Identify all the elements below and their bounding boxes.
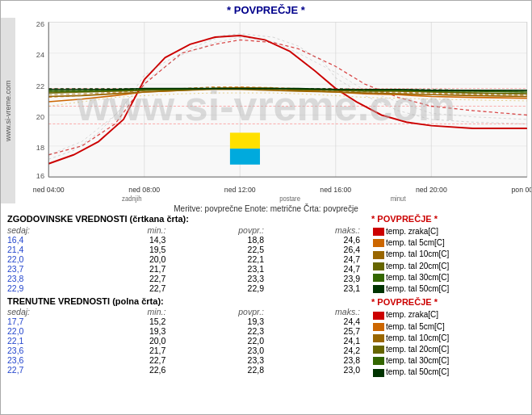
- logo-text: www.si-vreme.com: [4, 80, 12, 141]
- table-cell: 22,6: [95, 365, 169, 375]
- table-cell: 23,3: [169, 355, 267, 365]
- color-swatch-icon: [373, 334, 384, 342]
- list-item: temp. zraka[C]: [371, 308, 525, 320]
- table-cell: 22,3: [169, 326, 267, 336]
- legend-label: temp. tal 20cm[C]: [386, 262, 449, 270]
- table-cell: 24,6: [267, 235, 363, 245]
- legend-table-current: temp. zraka[C]temp. tal 5cm[C]temp. tal …: [371, 308, 525, 377]
- svg-text:ned 08:00: ned 08:00: [128, 186, 160, 194]
- svg-text:ned 16:00: ned 16:00: [320, 186, 351, 194]
- legend-item: temp. tal 10cm[C]: [371, 332, 525, 343]
- hist-col-povpr: povpr.:: [169, 225, 267, 235]
- table-cell: 25,7: [267, 326, 363, 336]
- table-cell: 20,0: [95, 254, 169, 264]
- color-swatch-icon: [373, 312, 384, 320]
- table-row: 16,414,318,824,6: [7, 235, 363, 245]
- svg-text:zadnjih: zadnjih: [122, 195, 141, 203]
- data-columns: ZGODOVINSKE VREDNOSTI (črtkana črta): se…: [7, 214, 525, 378]
- table-cell: 17,7: [7, 316, 95, 326]
- legend-label: temp. tal 30cm[C]: [386, 273, 449, 282]
- list-item: temp. tal 5cm[C]: [371, 321, 525, 332]
- list-item: temp. zraka[C]: [371, 225, 525, 237]
- color-swatch-icon: [373, 323, 384, 331]
- legend-label: temp. tal 30cm[C]: [386, 356, 449, 365]
- table-cell: 22,1: [169, 254, 267, 264]
- table-cell: 24,4: [267, 316, 363, 326]
- table-cell: 22,8: [169, 365, 267, 375]
- curr-col-min: min.:: [95, 307, 169, 316]
- table-row: 22,019,322,325,7: [7, 326, 363, 336]
- legend-item: temp. tal 5cm[C]: [371, 321, 525, 332]
- table-row: 22,120,022,024,1: [7, 336, 363, 346]
- chart-title: * POVPREČJE *: [1, 1, 531, 18]
- list-item: temp. tal 20cm[C]: [371, 343, 525, 354]
- table-row: 17,715,219,324,4: [7, 316, 363, 326]
- table-cell: 22,9: [169, 283, 267, 293]
- svg-rect-34: [230, 149, 260, 165]
- svg-rect-0: [48, 22, 527, 177]
- legend-item: temp. tal 30cm[C]: [371, 354, 525, 366]
- color-swatch-icon: [373, 346, 384, 354]
- table-row: 21,419,522,526,4: [7, 245, 363, 254]
- svg-text:18: 18: [36, 143, 44, 152]
- app-container: * POVPREČJE * www.si-vreme.com: [0, 0, 532, 415]
- table-cell: 21,7: [95, 264, 169, 274]
- chart-svg: 26 24 22 20 18 16: [15, 18, 531, 203]
- chart-area: * POVPREČJE * www.si-vreme.com: [1, 1, 531, 211]
- table-row: 22,722,622,823,0: [7, 365, 363, 375]
- legend-item: temp. tal 50cm[C]: [371, 283, 525, 294]
- table-cell: 23,8: [267, 355, 363, 365]
- table-cell: 21,4: [7, 245, 95, 254]
- table-cell: 26,4: [267, 245, 363, 254]
- svg-text:16: 16: [36, 171, 44, 180]
- color-swatch-icon: [373, 369, 384, 377]
- data-section: ZGODOVINSKE VREDNOSTI (črtkana črta): se…: [1, 211, 531, 414]
- svg-text:22: 22: [36, 81, 44, 90]
- current-table: sedaj: min.: povpr.: maks.: 17,715,219,3…: [7, 307, 363, 375]
- table-cell: 22,0: [7, 254, 95, 264]
- historical-header-row: sedaj: min.: povpr.: maks.:: [7, 225, 363, 235]
- historical-table: sedaj: min.: povpr.: maks.: 16,414,318,8…: [7, 225, 363, 293]
- table-cell: 22,9: [7, 283, 95, 293]
- table-cell: 19,5: [95, 245, 169, 254]
- legend-item: temp. zraka[C]: [371, 225, 525, 237]
- legend-label: temp. tal 20cm[C]: [386, 345, 449, 354]
- legend-item: temp. tal 20cm[C]: [371, 343, 525, 354]
- data-right: * POVPREČJE * temp. zraka[C]temp. tal 5c…: [363, 214, 525, 378]
- color-swatch-icon: [373, 251, 384, 259]
- table-cell: 18,8: [169, 235, 267, 245]
- table-cell: 23,8: [7, 274, 95, 283]
- table-cell: 22,7: [95, 355, 169, 365]
- table-row: 23,822,723,323,9: [7, 274, 363, 283]
- table-cell: 16,4: [7, 235, 95, 245]
- svg-text:20: 20: [36, 112, 44, 121]
- table-cell: 14,3: [95, 235, 169, 245]
- table-cell: 20,0: [95, 336, 169, 346]
- table-cell: 19,3: [169, 316, 267, 326]
- chart-inner: www.si-vreme.com: [1, 18, 531, 203]
- legend-label: temp. tal 50cm[C]: [386, 284, 449, 293]
- legend-item: temp. zraka[C]: [371, 308, 525, 320]
- legend-item: temp. tal 20cm[C]: [371, 260, 525, 271]
- list-item: temp. tal 50cm[C]: [371, 283, 525, 294]
- color-swatch-icon: [373, 262, 384, 270]
- hist-col-maks: maks.:: [267, 225, 363, 235]
- color-swatch-icon: [373, 228, 384, 236]
- color-swatch-icon: [373, 357, 384, 365]
- table-cell: 15,2: [95, 316, 169, 326]
- list-item: temp. tal 10cm[C]: [371, 248, 525, 259]
- table-cell: 24,2: [267, 346, 363, 355]
- table-cell: 23,1: [267, 283, 363, 293]
- list-item: temp. tal 10cm[C]: [371, 332, 525, 343]
- table-cell: 23,0: [267, 365, 363, 375]
- legend-title-hist: * POVPREČJE *: [371, 214, 525, 224]
- table-cell: 23,3: [169, 274, 267, 283]
- table-cell: 19,3: [95, 326, 169, 336]
- table-row: 23,622,723,323,8: [7, 355, 363, 365]
- table-cell: 22,7: [95, 274, 169, 283]
- table-cell: 22,0: [169, 336, 267, 346]
- svg-text:ned 20:00: ned 20:00: [416, 186, 447, 194]
- table-cell: 24,7: [267, 254, 363, 264]
- current-header-row: sedaj: min.: povpr.: maks.:: [7, 307, 363, 316]
- legend-label: temp. tal 10cm[C]: [386, 249, 449, 258]
